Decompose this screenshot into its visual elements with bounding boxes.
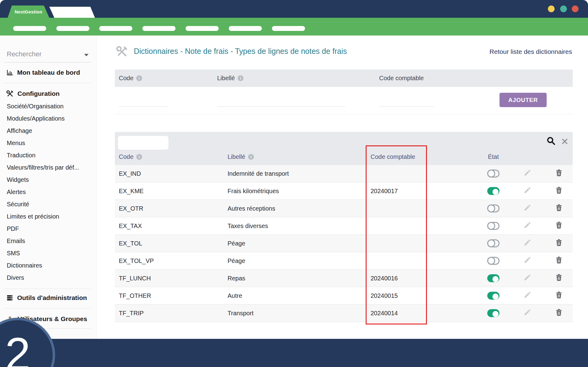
edit-icon[interactable] bbox=[523, 221, 531, 231]
libelle-input[interactable] bbox=[217, 95, 345, 107]
code-comptable-input[interactable] bbox=[379, 95, 434, 107]
info-icon[interactable]: i bbox=[238, 75, 243, 81]
sidebar-search-placeholder: Rechercher bbox=[7, 50, 42, 58]
edit-icon[interactable] bbox=[523, 239, 531, 248]
sidebar-item-affichage[interactable]: Affichage bbox=[7, 125, 94, 137]
window-dot-yellow[interactable] bbox=[548, 6, 555, 12]
cell-code: EX_TOL_VP bbox=[119, 257, 154, 264]
state-toggle[interactable] bbox=[487, 292, 499, 300]
sidebar-item-dashboard[interactable]: Mon tableau de bord bbox=[6, 67, 80, 78]
cell-code: EX_TAX bbox=[119, 223, 142, 230]
edit-icon[interactable] bbox=[523, 169, 531, 178]
delete-icon[interactable] bbox=[555, 291, 563, 301]
table-header: Code i Libellé i Code comptable État bbox=[115, 132, 573, 165]
edit-icon[interactable] bbox=[523, 256, 531, 266]
sidebar-item-alertes[interactable]: Alertes bbox=[7, 186, 94, 198]
sidebar-item-dictionnaires[interactable]: Dictionnaires bbox=[7, 259, 94, 272]
edit-icon[interactable] bbox=[523, 186, 531, 196]
table-row: EX_OTR Autres réceptions bbox=[115, 200, 573, 217]
sidebar-item-label: Mon tableau de bord bbox=[17, 69, 80, 76]
table-row: EX_TAX Taxes diverses bbox=[115, 217, 573, 235]
edit-icon[interactable] bbox=[523, 274, 531, 283]
delete-icon[interactable] bbox=[555, 274, 563, 283]
state-toggle[interactable] bbox=[487, 274, 499, 282]
sidebar-item-divers[interactable]: Divers bbox=[7, 272, 94, 284]
state-toggle[interactable] bbox=[487, 204, 499, 212]
cell-libelle: Transport bbox=[228, 310, 254, 317]
brand-label: NextGestion bbox=[15, 9, 43, 14]
nav-pill[interactable] bbox=[272, 26, 305, 31]
delete-icon[interactable] bbox=[555, 309, 563, 318]
info-icon[interactable]: i bbox=[136, 154, 142, 160]
sidebar-item-securite[interactable]: Sécurité bbox=[7, 198, 94, 210]
close-icon[interactable] bbox=[561, 138, 568, 146]
main-nav-bar bbox=[0, 18, 588, 36]
nav-pill[interactable] bbox=[229, 26, 262, 31]
sidebar-item-label: Configuration bbox=[17, 90, 60, 97]
divider bbox=[4, 83, 91, 83]
cell-libelle: Autres réceptions bbox=[228, 205, 275, 212]
col-header-etat: État bbox=[481, 153, 506, 160]
sidebar-search-select[interactable]: Rechercher bbox=[4, 43, 91, 62]
divider bbox=[4, 289, 91, 289]
tools-icon bbox=[116, 46, 128, 59]
sidebar-item-traduction[interactable]: Traduction bbox=[7, 149, 94, 161]
cell-code-comptable: 20240015 bbox=[371, 292, 398, 299]
nav-pill[interactable] bbox=[13, 26, 46, 31]
edit-icon[interactable] bbox=[523, 291, 531, 301]
table-row: TF_LUNCH Repas 20240016 bbox=[115, 270, 573, 287]
delete-icon[interactable] bbox=[555, 204, 563, 213]
sidebar-item-sms[interactable]: SMS bbox=[7, 247, 94, 259]
edit-icon[interactable] bbox=[523, 204, 531, 213]
add-form: Code i Libellé i Code comptable AJOUTER bbox=[115, 69, 573, 114]
sidebar-item-limites[interactable]: Limites et précision bbox=[7, 210, 94, 223]
sidebar-item-configuration[interactable]: Configuration bbox=[6, 88, 60, 99]
back-to-dictionaries-link[interactable]: Retour liste des dictionnaires bbox=[489, 48, 572, 55]
cell-code: TF_LUNCH bbox=[119, 275, 151, 282]
window-dot-red[interactable] bbox=[572, 6, 579, 12]
nav-pill[interactable] bbox=[142, 26, 175, 31]
form-libelle-label: Libellé i bbox=[217, 69, 243, 87]
delete-icon[interactable] bbox=[555, 256, 563, 266]
nav-pill[interactable] bbox=[56, 26, 89, 31]
code-input[interactable] bbox=[119, 95, 168, 107]
brand-tab[interactable]: NextGestion bbox=[8, 6, 49, 18]
nav-pill[interactable] bbox=[186, 26, 219, 31]
info-icon[interactable]: i bbox=[248, 154, 254, 160]
cell-code: TF_TRIP bbox=[119, 310, 144, 317]
secondary-tab[interactable] bbox=[49, 7, 95, 18]
table-search-input[interactable] bbox=[118, 136, 168, 150]
cell-code: EX_OTR bbox=[119, 205, 143, 212]
state-toggle[interactable] bbox=[487, 239, 499, 247]
nav-pill[interactable] bbox=[99, 26, 132, 31]
state-toggle[interactable] bbox=[487, 222, 499, 230]
sidebar-item-societe[interactable]: Société/Organisation bbox=[7, 100, 94, 112]
edit-icon[interactable] bbox=[523, 309, 531, 318]
sidebar-item-valeurs[interactable]: Valeurs/filtres/tris par déf... bbox=[7, 161, 94, 174]
sidebar-item-pdf[interactable]: PDF bbox=[7, 223, 94, 235]
cell-libelle: Indemnité de transport bbox=[228, 170, 289, 177]
sidebar-item-admin-tools[interactable]: Outils d'administration bbox=[6, 293, 87, 303]
sidebar-item-widgets[interactable]: Widgets bbox=[7, 174, 94, 186]
info-icon[interactable]: i bbox=[136, 75, 142, 81]
state-toggle[interactable] bbox=[487, 257, 499, 265]
add-button[interactable]: AJOUTER bbox=[499, 93, 547, 107]
delete-icon[interactable] bbox=[555, 186, 563, 196]
add-form-header: Code i Libellé i Code comptable bbox=[115, 69, 573, 87]
delete-icon[interactable] bbox=[555, 221, 563, 231]
sidebar-item-modules[interactable]: Modules/Applications bbox=[7, 112, 94, 125]
search-icon[interactable] bbox=[546, 136, 556, 147]
sidebar-item-menus[interactable]: Menus bbox=[7, 137, 94, 149]
state-toggle[interactable] bbox=[487, 187, 499, 195]
sidebar-item-label: Outils d'administration bbox=[17, 294, 87, 301]
state-toggle[interactable] bbox=[487, 309, 499, 317]
delete-icon[interactable] bbox=[555, 239, 563, 248]
window-dot-teal[interactable] bbox=[560, 6, 567, 12]
cell-code: EX_TOL bbox=[119, 240, 142, 247]
cell-libelle: Péage bbox=[228, 257, 245, 264]
cell-libelle: Taxes diverses bbox=[228, 223, 268, 230]
state-toggle[interactable] bbox=[487, 170, 499, 178]
delete-icon[interactable] bbox=[555, 169, 563, 178]
table-row: EX_IND Indemnité de transport bbox=[115, 165, 573, 182]
sidebar-item-emails[interactable]: Emails bbox=[7, 235, 94, 247]
